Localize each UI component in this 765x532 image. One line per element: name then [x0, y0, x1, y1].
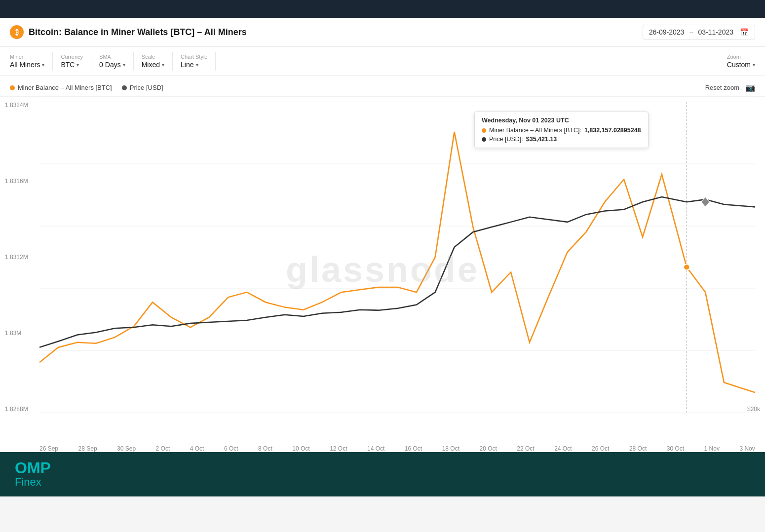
x-label-28oct: 28 Oct — [629, 445, 647, 452]
chart-area: Miner Balance – All Miners [BTC] Price [… — [0, 76, 765, 452]
reset-zoom-button[interactable]: Reset zoom — [705, 84, 739, 91]
x-label-2oct: 2 Oct — [156, 445, 170, 452]
currency-label: Currency — [61, 54, 83, 60]
x-label-30sep: 30 Sep — [117, 445, 136, 452]
sma-value: 0 Days ▾ — [99, 61, 125, 69]
legend-label-miner: Miner Balance – All Miners [BTC] — [18, 84, 112, 91]
toolbar: Miner All Miners ▾ Currency BTC ▾ SMA 0 … — [0, 47, 765, 76]
zoom-value: Custom ▾ — [727, 61, 755, 69]
x-label-16oct: 16 Oct — [405, 445, 422, 452]
date-end: 03-11-2023 — [698, 28, 733, 36]
x-label-10oct: 10 Oct — [292, 445, 309, 452]
scale-chevron-icon: ▾ — [162, 62, 164, 68]
y-axis-labels: 1.8324M 1.8316M 1.8312M 1.83M 1.8288M — [5, 102, 28, 413]
chart-style-value: Line ▾ — [181, 61, 207, 69]
sma-label: SMA — [99, 54, 125, 60]
x-label-1nov: 1 Nov — [704, 445, 720, 452]
legend-dot-orange — [10, 85, 15, 90]
zoom-filter[interactable]: Zoom Custom ▾ — [719, 52, 755, 71]
x-label-26oct: 26 Oct — [592, 445, 609, 452]
scale-value: Mixed ▾ — [142, 61, 164, 69]
tooltip-row-price: Price [USD]: $35,421.13 — [482, 136, 641, 143]
date-start: 26-09-2023 — [649, 28, 685, 36]
legend-dot-dark — [122, 85, 127, 90]
x-label-22oct: 22 Oct — [517, 445, 534, 452]
price-marker — [701, 197, 710, 207]
y-label-4: 1.83M — [5, 330, 28, 337]
chart-style-label: Chart Style — [181, 54, 207, 60]
miner-value: All Miners ▾ — [10, 61, 44, 69]
date-arrow: → — [688, 29, 694, 36]
x-label-20oct: 20 Oct — [480, 445, 497, 452]
currency-filter[interactable]: Currency BTC ▾ — [53, 52, 91, 71]
tooltip-dot-orange — [482, 128, 486, 133]
logo-omp: OMP — [15, 460, 51, 476]
x-label-26sep: 26 Sep — [39, 445, 58, 452]
x-label-28sep: 28 Sep — [78, 445, 97, 452]
currency-chevron-icon: ▾ — [76, 62, 79, 68]
legend-left: Miner Balance – All Miners [BTC] Price [… — [10, 84, 163, 91]
y-label-right: $20k — [747, 406, 760, 413]
tooltip-miner-label: Miner Balance – All Miners [BTC]: — [489, 127, 581, 134]
y-label-2: 1.8316M — [5, 178, 28, 185]
x-label-8oct: 8 Oct — [258, 445, 272, 452]
x-label-6oct: 6 Oct — [224, 445, 238, 452]
legend-label-price: Price [USD] — [130, 84, 163, 91]
sma-chevron-icon: ▾ — [123, 62, 125, 68]
zoom-label: Zoom — [727, 54, 755, 60]
chart-wrapper: glassnode Wednesday, Nov 01 2023 UTC Min… — [0, 97, 765, 442]
x-label-3nov: 3 Nov — [739, 445, 755, 452]
legend-item-miner: Miner Balance – All Miners [BTC] — [10, 84, 112, 91]
y-label-1: 1.8324M — [5, 102, 28, 109]
chart-svg — [39, 102, 755, 413]
tooltip-header: Wednesday, Nov 01 2023 UTC — [482, 117, 641, 124]
tooltip-row-miner: Miner Balance – All Miners [BTC]: 1,832,… — [482, 127, 641, 134]
legend-item-price: Price [USD] — [122, 84, 163, 91]
logo: OMP Finex — [15, 460, 51, 489]
top-bar — [0, 0, 765, 18]
tooltip-dot-dark — [482, 137, 486, 142]
logo-finex: Finex — [15, 476, 51, 489]
zoom-chevron-icon: ▾ — [753, 62, 755, 68]
tooltip-price-label: Price [USD]: — [489, 136, 523, 143]
tooltip-miner-value: 1,832,157.02895248 — [584, 127, 641, 134]
x-label-30oct: 30 Oct — [667, 445, 684, 452]
scale-filter[interactable]: Scale Mixed ▾ — [134, 52, 173, 71]
miner-filter[interactable]: Miner All Miners ▾ — [10, 52, 53, 71]
chart-style-filter[interactable]: Chart Style Line ▾ — [173, 52, 216, 71]
miner-label: Miner — [10, 54, 44, 60]
scale-label: Scale — [142, 54, 164, 60]
x-label-12oct: 12 Oct — [330, 445, 347, 452]
main-container: ₿ Bitcoin: Balance in Miner Wallets [BTC… — [0, 18, 765, 452]
miner-marker — [684, 264, 690, 270]
y-label-5: 1.8288M — [5, 406, 28, 413]
camera-icon[interactable]: 📷 — [745, 83, 755, 92]
legend-actions: Reset zoom 📷 — [705, 83, 755, 92]
y-label-3: 1.8312M — [5, 254, 28, 261]
x-label-24oct: 24 Oct — [554, 445, 572, 452]
date-range[interactable]: 26-09-2023 → 03-11-2023 📅 — [643, 25, 755, 39]
header-left: ₿ Bitcoin: Balance in Miner Wallets [BTC… — [10, 25, 247, 39]
x-label-4oct: 4 Oct — [190, 445, 204, 452]
tooltip-box: Wednesday, Nov 01 2023 UTC Miner Balance… — [474, 112, 649, 148]
currency-value: BTC ▾ — [61, 61, 83, 69]
sma-filter[interactable]: SMA 0 Days ▾ — [91, 52, 134, 71]
calendar-icon[interactable]: 📅 — [740, 28, 749, 36]
legend: Miner Balance – All Miners [BTC] Price [… — [0, 76, 765, 97]
tooltip-price-value: $35,421.13 — [526, 136, 557, 143]
x-label-14oct: 14 Oct — [367, 445, 384, 452]
miner-balance-line — [39, 132, 755, 392]
header: ₿ Bitcoin: Balance in Miner Wallets [BTC… — [0, 18, 765, 47]
chart-style-chevron-icon: ▾ — [196, 62, 198, 68]
x-axis-labels: 26 Sep 28 Sep 30 Sep 2 Oct 4 Oct 6 Oct 8… — [0, 442, 765, 452]
page-title: Bitcoin: Balance in Miner Wallets [BTC] … — [29, 27, 247, 38]
x-label-18oct: 18 Oct — [442, 445, 459, 452]
bottom-bar: OMP Finex — [0, 452, 765, 496]
miner-chevron-icon: ▾ — [42, 62, 44, 68]
btc-icon: ₿ — [10, 25, 24, 39]
